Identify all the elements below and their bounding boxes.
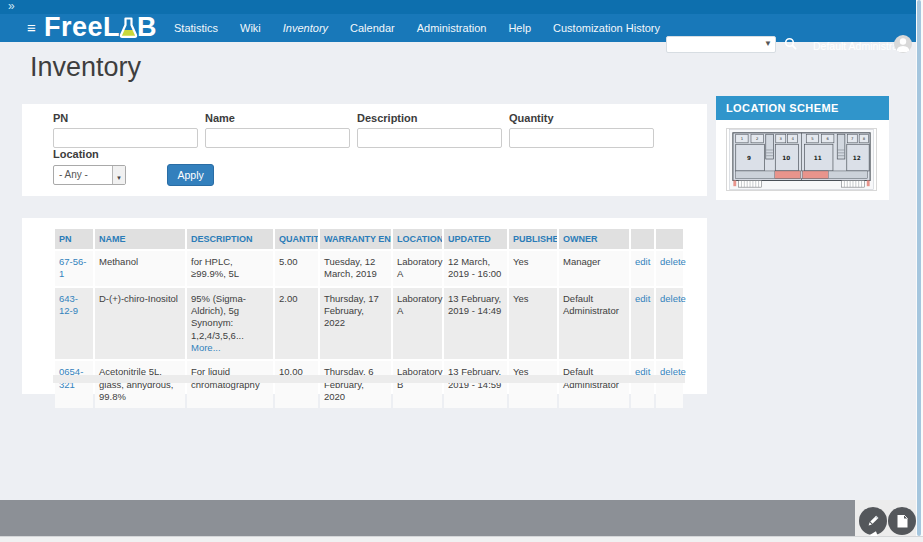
- expand-panel-icon[interactable]: »: [8, 0, 15, 13]
- description-cell: for HPLC, ≥99.9%, 5L: [187, 251, 273, 286]
- updated-cell: 13 February, 2019 - 14:59: [444, 361, 507, 408]
- quantity-filter-label: Quantity: [509, 112, 655, 124]
- location-cell: Laboratory A: [393, 251, 442, 286]
- search-icon[interactable]: [784, 37, 797, 50]
- scrollbar-thumb[interactable]: [917, 0, 921, 536]
- description-cell: 95% (Sigma-Aldrich), 5g Synonym: 1,2,4/3…: [187, 288, 273, 360]
- name-filter-label: Name: [205, 112, 351, 124]
- description-cell: For liquid chromatography: [187, 361, 273, 408]
- updated-cell: 13 February, 2019 - 14:49: [444, 288, 507, 360]
- published-cell: Yes: [509, 288, 557, 360]
- col-header-name[interactable]: NAME: [95, 229, 185, 249]
- name-cell: D-(+)-chiro-Inositol: [95, 288, 185, 360]
- floorplan-image[interactable]: 1 2 3 4 5 6 7 8 9 10 11 12: [726, 128, 877, 191]
- nav-inventory[interactable]: Inventory: [272, 14, 339, 42]
- edit-link[interactable]: edit: [635, 256, 650, 267]
- warranty-end-cell: Thursday, 17 February, 2022: [320, 288, 391, 360]
- nav-wiki[interactable]: Wiki: [229, 14, 272, 42]
- flask-icon: [119, 16, 138, 40]
- col-header-quantity[interactable]: QUANTITY: [275, 229, 318, 249]
- page-title: Inventory: [30, 52, 141, 83]
- table-row: 0654-321 Acetonitrile 5L, glass, anhydro…: [55, 361, 683, 408]
- warranty-end-cell: Tuesday, 12 March, 2019: [320, 251, 391, 286]
- col-header-owner[interactable]: OWNER: [559, 229, 629, 249]
- col-header-description[interactable]: DESCRIPTION: [187, 229, 273, 249]
- nav-administration[interactable]: Administration: [406, 14, 498, 42]
- name-filter-input[interactable]: [205, 128, 350, 148]
- nav-help[interactable]: Help: [497, 14, 542, 42]
- col-header-delete: [656, 229, 683, 249]
- delete-link[interactable]: delete: [660, 293, 686, 304]
- location-scheme-panel: LOCATION SCHEME: [716, 96, 889, 200]
- location-cell: Laboratory A: [393, 288, 442, 360]
- location-scheme-title: LOCATION SCHEME: [716, 96, 889, 120]
- freelab-logo[interactable]: FreeLB: [44, 10, 157, 44]
- room-label: 11: [814, 155, 822, 161]
- table-row: 67-56-1 Methanol for HPLC, ≥99.9%, 5L 5.…: [55, 251, 683, 286]
- pn-filter-label: PN: [53, 112, 199, 124]
- document-icon: [896, 514, 909, 529]
- pn-filter-input[interactable]: [53, 128, 198, 148]
- quantity-cell: 2.00: [275, 288, 318, 360]
- chevron-down-icon[interactable]: ▼: [764, 39, 772, 48]
- highlighted-area: [775, 171, 801, 179]
- published-cell: Yes: [509, 251, 557, 286]
- room-label: 9: [747, 155, 751, 161]
- avatar[interactable]: [894, 35, 912, 53]
- name-cell: Methanol: [95, 251, 185, 286]
- col-header-updated[interactable]: UPDATED: [444, 229, 507, 249]
- edit-link[interactable]: edit: [635, 293, 650, 304]
- nav-statistics[interactable]: Statistics: [163, 14, 229, 42]
- delete-link[interactable]: delete: [660, 256, 686, 267]
- owner-cell: Default Administrator: [559, 361, 629, 408]
- filter-panel: PN Name Description Quantity Location - …: [22, 104, 707, 196]
- table-row: 643-12-9 D-(+)-chiro-Inositol 95% (Sigma…: [55, 288, 683, 360]
- warranty-end-cell: Thursday, 6 February, 2020: [320, 361, 391, 408]
- owner-cell: Default Administrator: [559, 288, 629, 360]
- empty-row-stripe: [53, 375, 685, 383]
- pn-link[interactable]: 643-12-9: [59, 293, 78, 316]
- apply-button[interactable]: Apply: [167, 164, 213, 186]
- location-select[interactable]: - Any - ▼: [53, 165, 126, 185]
- location-filter-label: Location: [53, 148, 214, 160]
- room-label: 12: [853, 155, 861, 161]
- bottom-strip: [0, 536, 923, 542]
- quantity-filter-input[interactable]: [509, 128, 654, 148]
- description-filter-label: Description: [357, 112, 503, 124]
- main-navbar: ≡ FreeLB Statistics Wiki Inventory Calen…: [0, 14, 916, 42]
- quantity-cell: 5.00: [275, 251, 318, 286]
- vertical-scrollbar[interactable]: [916, 0, 923, 536]
- col-header-pn[interactable]: PN: [55, 229, 93, 249]
- person-icon: [894, 35, 912, 53]
- room-label: 10: [782, 155, 790, 161]
- nav-calendar[interactable]: Calendar: [339, 14, 406, 42]
- name-cell: Acetonitrile 5L, glass, anhydrous, 99.8%: [95, 361, 185, 408]
- new-document-fab[interactable]: [888, 507, 916, 535]
- header-search-combobox[interactable]: ▼: [666, 36, 776, 53]
- owner-cell: Manager: [559, 251, 629, 286]
- main-nav: Statistics Wiki Inventory Calendar Admin…: [163, 14, 671, 42]
- more-link[interactable]: More...: [191, 342, 221, 353]
- location-cell: Laboratory B: [393, 361, 442, 408]
- pencil-icon: [866, 514, 880, 528]
- highlighted-area: [802, 171, 828, 179]
- select-arrow-button[interactable]: ▼: [112, 166, 125, 184]
- col-header-location[interactable]: LOCATION: [393, 229, 442, 249]
- inventory-table-panel: PN NAME DESCRIPTION QUANTITY WARRANTY EN…: [22, 218, 707, 394]
- published-cell: Yes: [509, 361, 557, 408]
- col-header-warranty-end[interactable]: WARRANTY END: [320, 229, 391, 249]
- chevron-down-icon: ▼: [116, 175, 122, 181]
- col-header-edit: [631, 229, 654, 249]
- quantity-cell: 10.00: [275, 361, 318, 408]
- col-header-published[interactable]: PUBLISHED: [509, 229, 557, 249]
- updated-cell: 12 March, 2019 - 16:00: [444, 251, 507, 286]
- pn-link[interactable]: 67-56-1: [59, 256, 86, 279]
- description-filter-input[interactable]: [357, 128, 502, 148]
- table-header-row: PN NAME DESCRIPTION QUANTITY WARRANTY EN…: [55, 229, 683, 249]
- hamburger-menu-icon[interactable]: ≡: [27, 19, 36, 37]
- footer-bar: [0, 500, 916, 536]
- nav-customization-history[interactable]: Customization History: [542, 14, 671, 42]
